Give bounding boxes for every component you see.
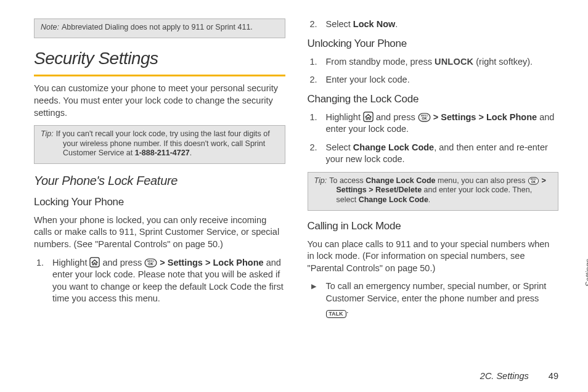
menu-ok-icon bbox=[144, 258, 157, 267]
changing-steps: 1. Highlight and press > Settings > Lock… bbox=[308, 112, 559, 166]
note-label: Note: bbox=[41, 23, 59, 31]
menu-ok-icon bbox=[418, 113, 431, 122]
calling-bullets: To call an emergency number, special num… bbox=[308, 280, 559, 318]
page-footer: 2C. Settings 49 bbox=[0, 371, 558, 381]
left-column: Note:Abbreviated Dialing does not apply … bbox=[34, 18, 285, 361]
right-column: 2. Select Lock Now. Unlocking Your Phone… bbox=[308, 18, 559, 361]
page-number: 49 bbox=[549, 371, 558, 381]
menu-ok-icon bbox=[528, 177, 539, 185]
home-icon bbox=[89, 257, 100, 267]
changing-step-1: 1. Highlight and press > Settings > Lock… bbox=[321, 112, 559, 136]
page-columns: Note:Abbreviated Dialing does not apply … bbox=[34, 18, 558, 361]
locking-paragraph: When your phone is locked, you can only … bbox=[34, 214, 285, 251]
locking-step-2: 2. Select Lock Now. bbox=[321, 18, 559, 31]
side-tab-settings: Settings bbox=[584, 259, 588, 287]
unlocking-steps: 1. From standby mode, press UNLOCK (righ… bbox=[308, 56, 559, 86]
tip-phone-number: 1-888-211-4727 bbox=[135, 149, 190, 157]
heading-unlocking: Unlocking Your Phone bbox=[308, 37, 559, 51]
talk-key-icon: TALK bbox=[326, 310, 346, 318]
note-text: Abbreviated Dialing does not apply to 91… bbox=[62, 23, 253, 31]
tip-tail: . bbox=[190, 149, 192, 157]
note-box: Note:Abbreviated Dialing does not apply … bbox=[34, 18, 285, 38]
unlocking-step-2: 2. Enter your lock code. bbox=[321, 74, 559, 86]
calling-paragraph: You can place calls to 911 and to your s… bbox=[308, 239, 559, 275]
heading-security-settings: Security Settings bbox=[34, 47, 285, 70]
locking-step-1: 1. Highlight and press > Settings > Lock… bbox=[47, 257, 285, 305]
home-icon bbox=[363, 112, 374, 122]
heading-changing-lock-code: Changing the Lock Code bbox=[308, 92, 559, 107]
heading-lock-feature: Your Phone's Lock Feature bbox=[34, 173, 285, 189]
heading-locking-your-phone: Locking Your Phone bbox=[34, 195, 285, 210]
tip-box-lockcode: Tip:If you can't recall your lock code, … bbox=[34, 125, 285, 164]
calling-bullet-1: To call an emergency number, special num… bbox=[321, 280, 559, 318]
locking-steps: 1. Highlight and press > Settings > Lock… bbox=[34, 257, 285, 305]
intro-paragraph: You can customize your phone to meet you… bbox=[34, 83, 285, 119]
footer-section: 2C. Settings bbox=[480, 371, 529, 381]
heading-calling-lock-mode: Calling in Lock Mode bbox=[308, 219, 559, 234]
unlocking-step-1: 1. From standby mode, press UNLOCK (righ… bbox=[321, 56, 559, 68]
heading-rule bbox=[34, 75, 285, 76]
changing-step-2: 2. Select Change Lock Code, and then ent… bbox=[321, 142, 559, 166]
tip-label: Tip: bbox=[41, 129, 54, 138]
tip-box-change-lock: Tip:To access Change Lock Code menu, you… bbox=[308, 172, 559, 211]
locking-steps-cont: 2. Select Lock Now. bbox=[308, 18, 559, 31]
